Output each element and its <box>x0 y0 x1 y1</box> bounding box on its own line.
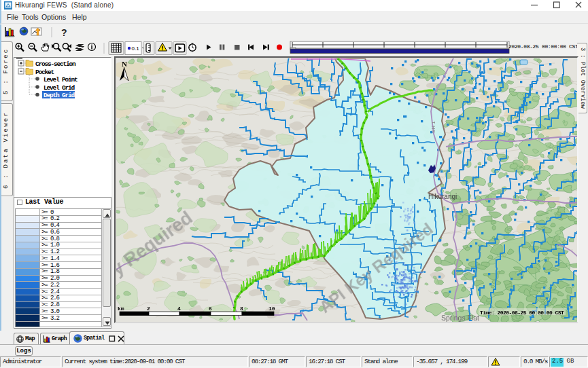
svg-text:Cross-section: Cross-section <box>35 60 76 68</box>
svg-text:4: 4 <box>177 306 181 312</box>
svg-text:Springs Flat: Springs Flat <box>441 314 479 322</box>
svg-text:Time: 2020-08-25 00:00:00 CST: Time: 2020-08-25 00:00:00 CST <box>480 310 564 316</box>
svg-text:10: 10 <box>269 306 275 312</box>
svg-text:Level Point: Level Point <box>44 76 77 84</box>
svg-text:?: ? <box>61 27 67 38</box>
svg-text:km: km <box>118 306 124 312</box>
svg-text:Hikurangi: Hikurangi <box>428 193 457 200</box>
svg-text:2020-08-25 00:00:00 CST: 2020-08-25 00:00:00 CST <box>508 43 578 50</box>
svg-text:N: N <box>122 60 127 68</box>
svg-text:8: 8 <box>240 306 243 312</box>
svg-text:6: 6 <box>209 306 212 312</box>
svg-text:Level Grid: Level Grid <box>44 84 75 92</box>
svg-text:Depth Grid: Depth Grid <box>44 92 75 99</box>
svg-text:SH 1: SH 1 <box>430 121 436 133</box>
svg-text:0.1: 0.1 <box>132 45 140 52</box>
svg-text:2: 2 <box>147 306 150 312</box>
svg-text:Pocket: Pocket <box>35 69 54 76</box>
